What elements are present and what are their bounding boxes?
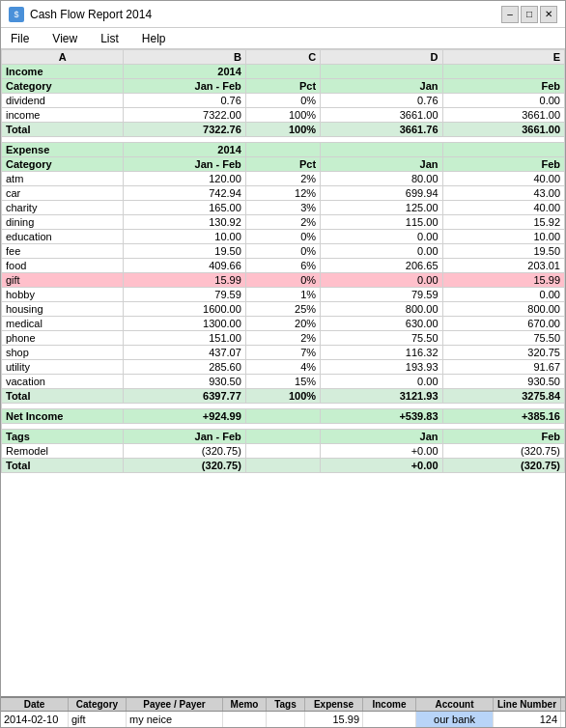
expense-food-janfeb: 409.66 bbox=[124, 259, 245, 273]
expense-ch-feb: Feb bbox=[442, 157, 564, 172]
expense-vacation-pct: 15% bbox=[245, 375, 320, 389]
expense-row-utility: utility 285.60 4% 193.93 91.67 bbox=[2, 360, 565, 375]
expense-total-feb: 3275.84 bbox=[442, 389, 564, 404]
menu-file[interactable]: File bbox=[7, 31, 33, 46]
income-dividend-jan: 0.76 bbox=[321, 94, 442, 108]
expense-shop-pct: 7% bbox=[245, 346, 320, 360]
expense-row-housing: housing 1600.00 25% 800.00 800.00 bbox=[2, 302, 565, 317]
expense-car-jan: 699.94 bbox=[321, 186, 442, 201]
window-controls[interactable]: – □ ✕ bbox=[501, 6, 557, 23]
expense-ch-pct: Pct bbox=[245, 157, 320, 172]
txn-account: our bank bbox=[416, 712, 494, 727]
expense-food-pct: 6% bbox=[245, 259, 320, 273]
expense-hobby-jan: 79.59 bbox=[321, 288, 442, 302]
expense-education-pct: 0% bbox=[245, 230, 320, 244]
txn-payee: my neice bbox=[127, 712, 223, 727]
income-income-jan: 3661.00 bbox=[321, 108, 442, 123]
net-income-jan: +539.83 bbox=[321, 409, 442, 424]
expense-ch-category: Category bbox=[2, 157, 124, 172]
expense-row-dining: dining 130.92 2% 115.00 15.92 bbox=[2, 215, 565, 230]
net-income-janfeb: +924.99 bbox=[124, 409, 245, 424]
expense-dining-jan: 115.00 bbox=[321, 215, 442, 230]
expense-atm-cat: atm bbox=[2, 172, 124, 186]
transaction-bar: Date Category Payee / Payer Memo Tags Ex… bbox=[1, 696, 565, 727]
income-ch-feb: Feb bbox=[442, 79, 564, 94]
expense-fee-pct: 0% bbox=[245, 244, 320, 259]
expense-ch-janfeb: Jan - Feb bbox=[124, 157, 245, 172]
net-income-label: Net Income bbox=[2, 409, 124, 424]
expense-charity-pct: 3% bbox=[245, 201, 320, 215]
txn-header-expense: Expense bbox=[305, 698, 363, 711]
tags-pct bbox=[245, 430, 320, 444]
expense-vacation-janfeb: 930.50 bbox=[124, 375, 245, 389]
menu-list[interactable]: List bbox=[97, 31, 123, 46]
income-total-pct: 100% bbox=[245, 123, 320, 137]
close-button[interactable]: ✕ bbox=[540, 6, 557, 23]
income-dividend-janfeb: 0.76 bbox=[124, 94, 245, 108]
expense-education-janfeb: 10.00 bbox=[124, 230, 245, 244]
tags-feb: Feb bbox=[442, 430, 564, 444]
expense-row-food: food 409.66 6% 206.65 203.01 bbox=[2, 259, 565, 273]
expense-education-jan: 0.00 bbox=[321, 230, 442, 244]
expense-total-pct: 100% bbox=[245, 389, 320, 404]
expense-total-cat: Total bbox=[2, 389, 124, 404]
income-ch-pct: Pct bbox=[245, 79, 320, 94]
expense-dining-pct: 2% bbox=[245, 215, 320, 230]
income-income-feb: 3661.00 bbox=[442, 108, 564, 123]
income-total-janfeb: 7322.76 bbox=[124, 123, 245, 137]
tags-row-remodel: Remodel (320.75) +0.00 (320.75) bbox=[2, 444, 565, 459]
expense-car-feb: 43.00 bbox=[442, 186, 564, 201]
expense-dining-cat: dining bbox=[2, 215, 124, 230]
txn-expense: 15.99 bbox=[305, 712, 363, 727]
maximize-button[interactable]: □ bbox=[521, 6, 538, 23]
expense-row-education: education 10.00 0% 0.00 10.00 bbox=[2, 230, 565, 244]
tags-total-jan: +0.00 bbox=[321, 459, 442, 473]
tags-remodel-jan: +0.00 bbox=[321, 444, 442, 459]
transaction-data-row: 2014-02-10 gift my neice 15.99 our bank … bbox=[1, 712, 565, 727]
expense-charity-feb: 40.00 bbox=[442, 201, 564, 215]
net-income-feb: +385.16 bbox=[442, 409, 564, 424]
income-dividend-feb: 0.00 bbox=[442, 94, 564, 108]
col-header-b: B bbox=[124, 50, 245, 65]
minimize-button[interactable]: – bbox=[501, 6, 519, 23]
txn-date: 2014-02-10 bbox=[1, 712, 69, 727]
expense-charity-janfeb: 165.00 bbox=[124, 201, 245, 215]
income-dividend-pct: 0% bbox=[245, 94, 320, 108]
expense-education-cat: education bbox=[2, 230, 124, 244]
expense-hobby-janfeb: 79.59 bbox=[124, 288, 245, 302]
expense-gift-cat: gift bbox=[2, 273, 124, 288]
tags-jan: Jan bbox=[321, 430, 442, 444]
income-year-c bbox=[245, 65, 320, 79]
tags-total-janfeb: (320.75) bbox=[124, 459, 245, 473]
expense-year-c bbox=[245, 143, 320, 157]
income-year: 2014 bbox=[124, 65, 245, 79]
tags-remodel-pct bbox=[245, 444, 320, 459]
expense-dining-janfeb: 130.92 bbox=[124, 215, 245, 230]
menu-view[interactable]: View bbox=[48, 31, 81, 46]
expense-phone-janfeb: 151.00 bbox=[124, 331, 245, 346]
expense-gift-pct: 0% bbox=[245, 273, 320, 288]
expense-atm-feb: 40.00 bbox=[442, 172, 564, 186]
txn-category: gift bbox=[69, 712, 127, 727]
expense-total-row: Total 6397.77 100% 3121.93 3275.84 bbox=[2, 389, 565, 404]
income-total-cat: Total bbox=[2, 123, 124, 137]
title-bar: $ Cash Flow Report 2014 – □ ✕ bbox=[1, 1, 565, 28]
expense-food-jan: 206.65 bbox=[321, 259, 442, 273]
expense-utility-cat: utility bbox=[2, 360, 124, 375]
spreadsheet-area: A B C D E Income 2014 Categor bbox=[1, 49, 565, 696]
menu-help[interactable]: Help bbox=[138, 31, 170, 46]
income-row-dividend: dividend 0.76 0% 0.76 0.00 bbox=[2, 94, 565, 108]
expense-atm-jan: 80.00 bbox=[321, 172, 442, 186]
col-header-a: A bbox=[2, 50, 124, 65]
expense-vacation-feb: 930.50 bbox=[442, 375, 564, 389]
expense-medical-feb: 670.00 bbox=[442, 317, 564, 331]
net-income-row: Net Income +924.99 +539.83 +385.16 bbox=[2, 409, 565, 424]
expense-vacation-jan: 0.00 bbox=[321, 375, 442, 389]
income-total-row: Total 7322.76 100% 3661.76 3661.00 bbox=[2, 123, 565, 137]
expense-row-shop: shop 437.07 7% 116.32 320.75 bbox=[2, 346, 565, 360]
expense-year-e bbox=[442, 143, 564, 157]
expense-housing-pct: 25% bbox=[245, 302, 320, 317]
expense-phone-pct: 2% bbox=[245, 331, 320, 346]
window-title: Cash Flow Report 2014 bbox=[30, 8, 152, 21]
transaction-header: Date Category Payee / Payer Memo Tags Ex… bbox=[1, 698, 565, 712]
